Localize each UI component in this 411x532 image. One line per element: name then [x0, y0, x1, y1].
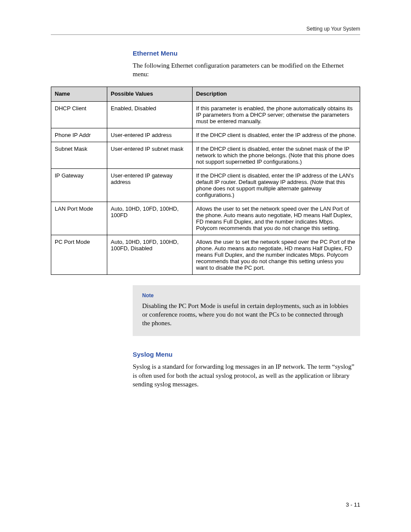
- note-text: Disabling the PC Port Mode is useful in …: [142, 302, 348, 327]
- running-header: Setting up Your System: [51, 26, 360, 32]
- cell-values: Auto, 10HD, 10FD, 100HD, 100FD: [107, 202, 193, 235]
- column-header-name: Name: [51, 87, 107, 101]
- section-heading-syslog: Syslog Menu: [133, 351, 360, 358]
- note-label: Note: [142, 292, 352, 299]
- cell-description: Allows the user to set the network speed…: [193, 202, 360, 235]
- cell-values: User-entered IP gateway address: [107, 168, 193, 202]
- cell-name: IP Gateway: [51, 168, 107, 202]
- header-rule: [51, 34, 360, 35]
- cell-name: LAN Port Mode: [51, 202, 107, 235]
- ethernet-parameters-table: Name Possible Values Description DHCP Cl…: [51, 87, 360, 275]
- cell-values: User-entered IP subnet mask: [107, 142, 193, 168]
- cell-name: Phone IP Addr: [51, 128, 107, 142]
- page-number: 3 - 11: [346, 501, 360, 508]
- note-box: Note Disabling the PC Port Mode is usefu…: [133, 285, 360, 336]
- section-heading-ethernet: Ethernet Menu: [133, 50, 360, 57]
- table-row: Phone IP Addr User-entered IP address If…: [51, 128, 360, 142]
- column-header-values: Possible Values: [107, 87, 193, 101]
- cell-description: If the DHCP client is disabled, enter th…: [193, 128, 360, 142]
- cell-name: PC Port Mode: [51, 235, 107, 274]
- cell-name: DHCP Client: [51, 101, 107, 128]
- cell-name: Subnet Mask: [51, 142, 107, 168]
- column-header-description: Description: [193, 87, 360, 101]
- cell-description: If the DHCP client is disabled, enter th…: [193, 168, 360, 202]
- table-row: DHCP Client Enabled, Disabled If this pa…: [51, 101, 360, 128]
- section-intro-ethernet: The following Ethernet configuration par…: [133, 61, 360, 79]
- table-row: PC Port Mode Auto, 10HD, 10FD, 100HD, 10…: [51, 235, 360, 274]
- cell-description: If this parameter is enabled, the phone …: [193, 101, 360, 128]
- section-intro-syslog: Syslog is a standard for forwarding log …: [133, 362, 360, 389]
- cell-description: Allows the user to set the network speed…: [193, 235, 360, 274]
- table-row: IP Gateway User-entered IP gateway addre…: [51, 168, 360, 202]
- cell-values: Enabled, Disabled: [107, 101, 193, 128]
- table-header-row: Name Possible Values Description: [51, 87, 360, 101]
- cell-values: Auto, 10HD, 10FD, 100HD, 100FD, Disabled: [107, 235, 193, 274]
- table-row: LAN Port Mode Auto, 10HD, 10FD, 100HD, 1…: [51, 202, 360, 235]
- cell-values: User-entered IP address: [107, 128, 193, 142]
- cell-description: If the DHCP client is disabled, enter th…: [193, 142, 360, 168]
- table-row: Subnet Mask User-entered IP subnet mask …: [51, 142, 360, 168]
